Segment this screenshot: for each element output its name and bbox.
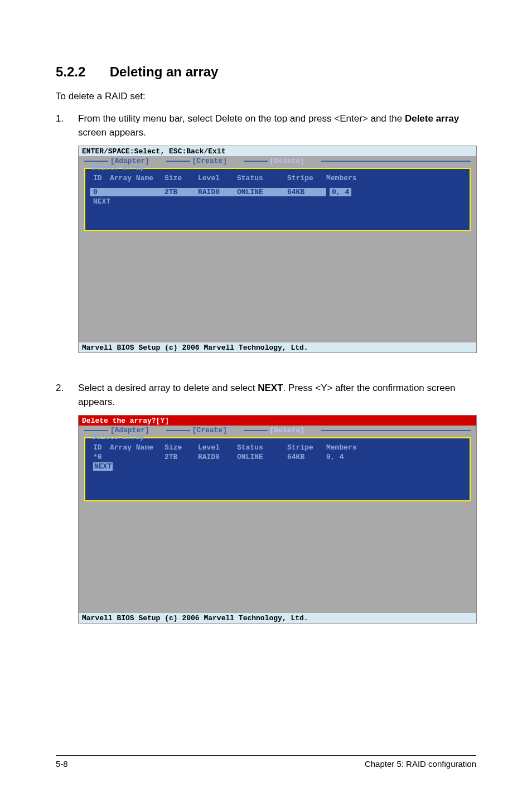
- delete-array-box: Delete array ID Array Name Size Level St…: [84, 437, 471, 501]
- delete-array-box: Delete array ID Array Name Size Level St…: [84, 168, 471, 231]
- section-number: 5.2.2: [56, 64, 106, 80]
- section-title: Deleting an array: [110, 64, 219, 79]
- col-name: Array Name: [110, 443, 165, 452]
- page-footer: 5-8 Chapter 5: RAID configuration: [56, 755, 476, 769]
- tab-line: [84, 161, 109, 162]
- bios-mid: Delete array ID Array Name Size Level St…: [79, 166, 476, 236]
- spacer: [90, 471, 465, 497]
- col-level: Level: [198, 174, 237, 182]
- col-stripe: Stripe: [287, 174, 326, 182]
- intro-text: To delete a RAID set:: [56, 90, 476, 104]
- bios-hint-bar: ENTER/SPACE:Select, ESC:Back/Exit: [79, 146, 476, 156]
- cell-level: RAID0: [198, 453, 237, 461]
- cell-size: 2TB: [165, 453, 198, 461]
- cell-size: 2TB: [165, 188, 198, 196]
- next-row[interactable]: NEXT: [90, 197, 465, 206]
- box-title: Delete array: [91, 163, 146, 172]
- cell-status: ONLINE: [237, 453, 287, 461]
- step-text-before: Select a desired array to delete and sel…: [78, 383, 258, 393]
- step-number: 2.: [56, 381, 78, 409]
- cell-name: [110, 188, 165, 196]
- bios-confirm-bar: Delete the array?[Y]: [79, 416, 476, 426]
- col-size: Size: [165, 443, 198, 452]
- tab-line: [166, 161, 191, 162]
- step-number: 1.: [56, 112, 78, 140]
- col-name: Array Name: [110, 174, 165, 182]
- tab-line: [244, 430, 269, 431]
- col-size: Size: [165, 174, 198, 182]
- tab-line: [321, 161, 471, 162]
- bios-screenshot-2: Delete the array?[Y] [Adapter] [Create] …: [78, 415, 477, 624]
- tab-create[interactable]: [Create]: [190, 426, 229, 434]
- next-label: NEXT: [93, 197, 110, 206]
- col-level: Level: [198, 443, 237, 452]
- tab-line: [321, 430, 471, 431]
- bios-footer: Marvell BIOS Setup (c) 2006 Marvell Tech…: [79, 342, 476, 352]
- table-row[interactable]: 0 2TB RAID0 ONLINE 64KB 0, 4: [90, 187, 465, 197]
- cell-stripe: 64KB: [287, 188, 326, 196]
- next-label-highlighted: NEXT: [93, 462, 113, 471]
- col-members: Members: [326, 443, 382, 452]
- table-header-row: ID Array Name Size Level Status Stripe M…: [90, 443, 465, 452]
- cell-id: *0: [93, 453, 110, 461]
- col-id: ID: [93, 443, 110, 452]
- col-status: Status: [237, 174, 287, 182]
- col-status: Status: [237, 443, 287, 452]
- tab-delete[interactable]: [Delete]: [268, 157, 307, 165]
- table-header-row: ID Array Name Size Level Status Stripe M…: [90, 173, 465, 183]
- tab-create[interactable]: [Create]: [190, 157, 229, 165]
- table-row[interactable]: *0 2TB RAID0 ONLINE 64KB 0, 4: [90, 452, 465, 462]
- tab-line: [166, 430, 191, 431]
- step-body: Select a desired array to delete and sel…: [78, 381, 476, 409]
- next-row[interactable]: NEXT: [90, 462, 465, 471]
- spacer: [90, 206, 465, 226]
- tab-delete[interactable]: [Delete]: [268, 426, 307, 434]
- cell-level: RAID0: [198, 188, 237, 196]
- section-heading: 5.2.2 Deleting an array: [56, 64, 476, 80]
- tab-line: [84, 430, 109, 431]
- cell-status: ONLINE: [237, 188, 287, 196]
- cell-members: 0, 4: [326, 453, 382, 461]
- col-stripe: Stripe: [287, 443, 326, 452]
- chapter-label: Chapter 5: RAID configuration: [365, 759, 476, 769]
- cell-id: 0: [93, 188, 110, 196]
- step-bold: Delete array: [405, 113, 459, 124]
- bios-mid: Delete array ID Array Name Size Level St…: [79, 436, 476, 507]
- step-bold: NEXT: [258, 383, 283, 393]
- cell-stripe: 64KB: [287, 453, 326, 461]
- col-id: ID: [93, 174, 110, 182]
- step-1: 1. From the utility menu bar, select Del…: [56, 112, 476, 140]
- step-text-after: screen appears.: [78, 127, 146, 138]
- cell-members: 0, 4: [330, 188, 351, 196]
- step-text-before: From the utility menu bar, select Delete…: [78, 113, 405, 124]
- bios-lower-area: [79, 507, 476, 613]
- step-body: From the utility menu bar, select Delete…: [78, 112, 476, 140]
- tab-line: [244, 161, 269, 162]
- step-2: 2. Select a desired array to delete and …: [56, 381, 476, 409]
- bios-screenshot-1: ENTER/SPACE:Select, ESC:Back/Exit [Adapt…: [78, 146, 477, 353]
- col-members: Members: [326, 174, 382, 182]
- box-title: Delete array: [91, 433, 146, 441]
- page-number: 5-8: [56, 759, 68, 769]
- bios-lower-area: [79, 236, 476, 342]
- cell-name: [110, 453, 165, 461]
- bios-footer: Marvell BIOS Setup (c) 2006 Marvell Tech…: [79, 613, 476, 623]
- spacer: [90, 183, 465, 187]
